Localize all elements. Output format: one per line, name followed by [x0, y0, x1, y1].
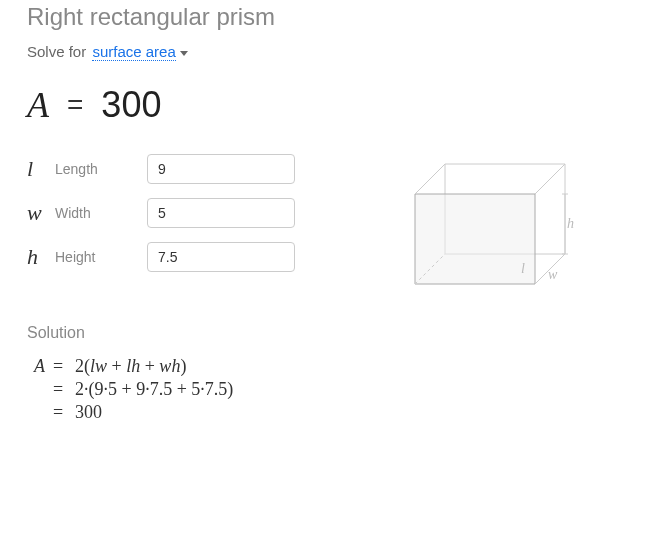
- diagram-h-label: h: [567, 216, 574, 231]
- solve-for-row: Solve for surface area: [27, 43, 628, 60]
- solution-body: A = 2(lw + lh + wh) = 2·(9·5 + 9·7.5 + 5…: [27, 356, 628, 423]
- diagram-w-label: w: [548, 267, 558, 282]
- input-row-height: h Height: [27, 242, 295, 272]
- solution-rhs-1: 2(lw + lh + wh): [75, 356, 186, 377]
- solution-line-2: = 2·(9·5 + 9·7.5 + 5·7.5): [27, 379, 628, 400]
- page-title: Right rectangular prism: [27, 3, 628, 31]
- solution-eq-3: =: [53, 402, 67, 423]
- solution-lhs-1: A: [27, 356, 45, 377]
- solution-eq-1: =: [53, 356, 67, 377]
- input-row-length: l Length: [27, 154, 295, 184]
- length-label: Length: [55, 161, 147, 177]
- height-symbol: h: [27, 244, 55, 270]
- height-label: Height: [55, 249, 147, 265]
- width-input[interactable]: [147, 198, 295, 228]
- svg-line-2: [415, 164, 445, 194]
- diagram-l-label: l: [521, 261, 525, 276]
- result-row: A = 300: [27, 84, 628, 126]
- solution-line-3: = 300: [27, 402, 628, 423]
- solve-for-label: Solve for: [27, 43, 86, 60]
- svg-line-3: [535, 164, 565, 194]
- result-value: 300: [101, 84, 161, 126]
- length-input[interactable]: [147, 154, 295, 184]
- width-label: Width: [55, 205, 147, 221]
- solution-rhs-2: 2·(9·5 + 9·7.5 + 5·7.5): [75, 379, 233, 400]
- length-symbol: l: [27, 156, 55, 182]
- chevron-down-icon[interactable]: [180, 51, 188, 56]
- solution-heading: Solution: [27, 324, 628, 342]
- result-symbol: A: [27, 84, 49, 126]
- inputs-column: l Length w Width h Height: [27, 154, 295, 294]
- equals-sign: =: [67, 89, 83, 121]
- solve-for-dropdown[interactable]: surface area: [92, 43, 175, 61]
- solution-eq-2: =: [53, 379, 67, 400]
- prism-diagram: l w h: [405, 154, 585, 294]
- width-symbol: w: [27, 200, 55, 226]
- solution-line-1: A = 2(lw + lh + wh): [27, 356, 628, 377]
- svg-marker-1: [415, 194, 535, 284]
- height-input[interactable]: [147, 242, 295, 272]
- solution-rhs-3: 300: [75, 402, 102, 423]
- input-row-width: w Width: [27, 198, 295, 228]
